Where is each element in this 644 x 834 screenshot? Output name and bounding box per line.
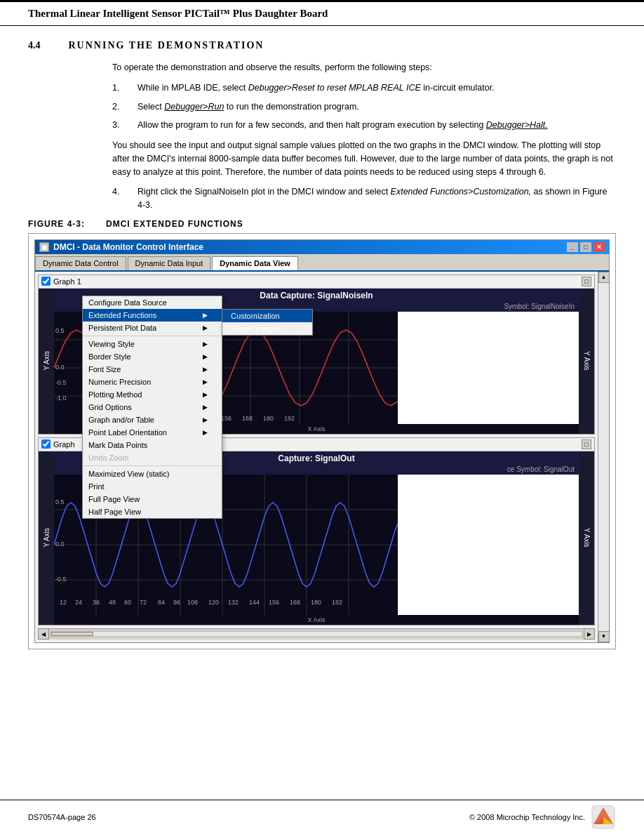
ctx-point-label[interactable]: Point Label Orientation ▶ (83, 426, 222, 439)
svg-text:48: 48 (109, 599, 116, 606)
main-content: 4.4 RUNNING THE DEMONSTRATION To operate… (0, 26, 644, 706)
svg-text:180: 180 (263, 415, 274, 422)
ctx-numeric-precision[interactable]: Numeric Precision ▶ (83, 376, 222, 388)
page-footer: DS70574A-page 26 © 2008 Microchip Techno… (0, 800, 644, 834)
scroll-up-btn[interactable]: ▲ (598, 272, 610, 283)
close-button[interactable]: ✕ (593, 242, 605, 252)
scroll-down-btn[interactable]: ▼ (598, 631, 610, 642)
list-content-2: Select Debugger>Run to run the demonstra… (137, 100, 616, 114)
figure-label: FIGURE 4-3: DMCI EXTENDED FUNCTIONS (28, 219, 616, 229)
list-content-1: While in MPLAB IDE, select Debugger>Rese… (137, 81, 616, 95)
svg-text:192: 192 (332, 599, 342, 606)
section-title: RUNNING THE DEMONSTRATION (69, 40, 264, 51)
ctx-graph-table[interactable]: Graph and/or Table ▶ (83, 413, 222, 426)
ctx-sep-1 (83, 336, 222, 336)
svg-text:60: 60 (124, 599, 131, 606)
scroll-right-btn[interactable]: ▶ (584, 628, 595, 640)
ctx-grid-options[interactable]: Grid Options ▶ (83, 401, 222, 413)
graph2-name: Graph (53, 440, 75, 449)
scroll-track-v (598, 283, 609, 631)
dmci-tabs: Dynamic Data Control Dynamic Data Input … (35, 254, 609, 272)
svg-text:0.5: 0.5 (55, 327, 65, 334)
tab-dynamic-data-control[interactable]: Dynamic Data Control (35, 256, 126, 270)
right-scrollbar: ▲ ▼ (598, 272, 609, 642)
ctx-extended-functions[interactable]: Extended Functions ▶ Customization Expor… (83, 309, 222, 322)
svg-text:156: 156 (269, 599, 279, 606)
svg-text:24: 24 (75, 599, 82, 606)
footer-left: DS70574A-page 26 (28, 813, 96, 821)
figure-label-desc: DMCI EXTENDED FUNCTIONS (106, 219, 243, 229)
graph1-yaxis-label: Y Axis (43, 351, 51, 371)
ctx-persistent-plot[interactable]: Persistent Plot Data ▶ (83, 322, 222, 334)
tab-dynamic-data-input[interactable]: Dynamic Data Input (128, 256, 211, 270)
svg-text:-0.5: -0.5 (55, 379, 67, 386)
svg-text:120: 120 (208, 599, 219, 606)
ctx-mark-data[interactable]: Mark Data Points (83, 439, 222, 451)
graph1-expand[interactable]: □ (582, 277, 591, 286)
submenu-export-images[interactable]: Export Images (222, 322, 312, 335)
svg-text:144: 144 (249, 599, 260, 606)
graph2-yaxis-right-label: Y Axis (583, 528, 591, 548)
step-4-container: 4. Right click the SignalNoiseIn plot in… (112, 185, 616, 212)
header-title: Thermal Linear Intelligent Sensor PICTai… (28, 8, 328, 19)
list-content-3: Allow the program to run for a few secon… (137, 119, 616, 132)
ctx-border-style[interactable]: Border Style ▶ (83, 350, 222, 363)
paragraph-text: You should see the input and output sign… (112, 139, 616, 178)
svg-text:84: 84 (158, 599, 165, 606)
graph1-container: Graph 1 □ Y Axis (38, 274, 595, 435)
ctx-full-page[interactable]: Full Page View (83, 493, 222, 505)
graph1-label: Graph 1 (41, 277, 81, 286)
list-num-3: 3. (112, 119, 126, 132)
tab-dynamic-data-view[interactable]: Dynamic Data View (212, 256, 298, 270)
graph1-checkbox[interactable] (41, 277, 51, 286)
list-content-4: Right click the SignalNoiseIn plot in th… (137, 185, 616, 212)
list-num-1: 1. (112, 81, 126, 95)
svg-text:168: 168 (242, 415, 253, 422)
ctx-plotting-method[interactable]: Plotting Method ▶ (83, 388, 222, 401)
ctx-viewing-style[interactable]: Viewing Style ▶ (83, 338, 222, 350)
page-header: Thermal Linear Intelligent Sensor PICTai… (0, 0, 644, 26)
dmci-title: DMCI - Data Monitor Control Interface (53, 242, 203, 252)
graph2-checkbox[interactable] (41, 439, 51, 449)
ctx-configure-source[interactable]: Configure Data Source (83, 296, 222, 309)
ctx-maximized-view[interactable]: Maximized View (static) (83, 468, 222, 480)
scroll-left-btn[interactable]: ◀ (38, 628, 49, 640)
svg-text:96: 96 (173, 599, 180, 606)
section-heading: 4.4 RUNNING THE DEMONSTRATION (28, 40, 616, 51)
svg-text:72: 72 (140, 599, 147, 606)
submenu-customization[interactable]: Customization (222, 310, 312, 322)
graph1-yaxis-right: Y Axis (579, 289, 594, 434)
page-container: Thermal Linear Intelligent Sensor PICTai… (0, 0, 644, 834)
dmci-window: ▣ DMCI - Data Monitor Control Interface … (34, 239, 610, 643)
ctx-half-page[interactable]: Half Page View (83, 505, 222, 518)
svg-text:-1.0: -1.0 (55, 395, 67, 402)
dmci-titlebar: ▣ DMCI - Data Monitor Control Interface … (35, 240, 609, 254)
ctx-font-size[interactable]: Font Size ▶ (83, 363, 222, 376)
svg-text:12: 12 (60, 599, 67, 606)
svg-text:156: 156 (221, 415, 232, 422)
maximize-button[interactable]: □ (580, 242, 591, 252)
graph2-yaxis-left: Y Axis (39, 451, 54, 625)
ctx-undo-zoom: Undo Zoom (83, 451, 222, 464)
microchip-logo (591, 805, 616, 830)
graph2-yaxis-right: Y Axis (579, 451, 594, 625)
ctx-print[interactable]: Print (83, 480, 222, 493)
list-item: 3. Allow the program to run for a few se… (112, 119, 616, 132)
graph2-expand[interactable]: □ (582, 439, 591, 449)
submenu-extended: Customization Export Images (222, 309, 313, 336)
minimize-button[interactable]: _ (567, 242, 578, 252)
window-icon: ▣ (39, 242, 49, 252)
list-num-2: 2. (112, 100, 126, 114)
figure-label-title: FIGURE 4-3: (28, 219, 85, 229)
titlebar-controls: _ □ ✕ (567, 242, 605, 252)
svg-text:-0.5: -0.5 (55, 576, 67, 583)
graph1-plot-inner: Data Capture: SignalNoiseIn Symbol: Sign… (54, 289, 579, 434)
scroll-thumb[interactable] (51, 632, 93, 636)
svg-text:0.0: 0.0 (55, 364, 65, 371)
graph1-yaxis-left: Y Axis (39, 289, 54, 434)
graph1-header: Graph 1 □ (39, 275, 594, 289)
graph2-yaxis-label: Y Axis (43, 528, 51, 548)
svg-text:192: 192 (284, 415, 295, 422)
titlebar-left: ▣ DMCI - Data Monitor Control Interface (39, 242, 203, 252)
numbered-list: 1. While in MPLAB IDE, select Debugger>R… (112, 81, 616, 132)
